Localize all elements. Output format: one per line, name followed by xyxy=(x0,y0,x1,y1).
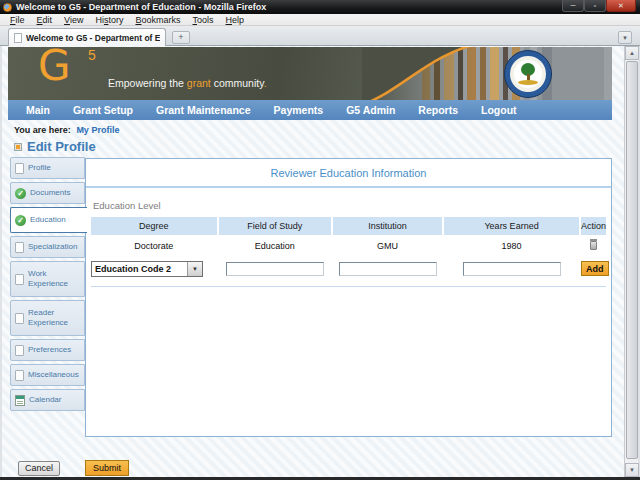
breadcrumb-my-profile-link[interactable]: My Profile xyxy=(76,125,119,135)
sidebar-item-label: Work Experience xyxy=(28,269,82,290)
calendar-icon xyxy=(15,395,25,406)
menu-help[interactable]: Help xyxy=(220,15,251,25)
sidebar-item-miscellaneous[interactable]: Miscellaneous xyxy=(10,364,85,386)
education-panel: Reviewer Education Information Education… xyxy=(85,158,612,437)
seal-core xyxy=(514,60,542,88)
table-row: DoctorateEducationGMU1980 xyxy=(91,235,606,255)
degree-select[interactable]: Education Code 2 ▼ xyxy=(91,261,203,277)
nav-grant-setup[interactable]: Grant Setup xyxy=(73,104,133,116)
field-of-study-input[interactable] xyxy=(226,262,324,276)
g5-logo-g: G xyxy=(38,47,71,90)
browser-menubar: FileEditViewHistoryBookmarksToolsHelp xyxy=(0,14,640,26)
column-header-field-of-study: Field of Study xyxy=(219,217,331,235)
breadcrumb: You are here: My Profile xyxy=(14,125,119,135)
browser-window: Welcome to G5 - Department of Education … xyxy=(0,0,640,480)
scrollbar-thumb[interactable] xyxy=(626,61,638,459)
menu-file[interactable]: File xyxy=(4,15,31,25)
minimize-button[interactable]: ─ xyxy=(562,0,584,12)
menu-view[interactable]: View xyxy=(58,15,89,25)
delete-row-icon[interactable] xyxy=(590,241,597,250)
field-of-study-cell xyxy=(219,262,331,276)
sidebar-item-label: Reader Experience xyxy=(28,308,82,329)
sidebar-item-label: Profile xyxy=(28,163,51,173)
menu-bookmarks[interactable]: Bookmarks xyxy=(129,15,186,25)
submit-button[interactable]: Submit xyxy=(85,460,129,476)
action-cell xyxy=(581,235,606,255)
page-heading: Edit Profile xyxy=(14,139,96,154)
sidebar-item-preferences[interactable]: Preferences xyxy=(10,339,85,361)
nav-g5-admin[interactable]: G5 Admin xyxy=(346,104,395,116)
firefox-icon xyxy=(3,3,12,12)
column-header-institution: Institution xyxy=(333,217,442,235)
panel-title: Reviewer Education Information xyxy=(86,159,611,188)
window-title: Welcome to G5 - Department of Education … xyxy=(16,2,266,12)
years-earned-input[interactable] xyxy=(463,262,561,276)
table-header-row: DegreeField of StudyInstitutionYears Ear… xyxy=(91,217,606,235)
scroll-down-button[interactable]: ▼ xyxy=(625,463,639,477)
sidebar-item-reader-experience[interactable]: Reader Experience xyxy=(10,300,85,336)
add-button[interactable]: Add xyxy=(581,261,609,276)
close-button[interactable]: ✕ xyxy=(606,0,636,12)
page-viewport: G 5 Empowering the grant community. Main… xyxy=(2,46,624,477)
check-icon: ✓ xyxy=(15,188,26,199)
tagline-period: . xyxy=(264,77,267,89)
scroll-up-button[interactable]: ▲ xyxy=(625,46,639,60)
new-tab-button[interactable]: + xyxy=(172,31,190,44)
tagline-prefix: Empowering the xyxy=(108,77,187,89)
tagline-highlight: grant xyxy=(187,77,211,89)
maximize-button[interactable]: ▫ xyxy=(584,0,606,12)
edit-bullet-icon xyxy=(14,143,22,151)
banner-tagline: Empowering the grant community. xyxy=(108,77,267,89)
cell-years-earned: 1980 xyxy=(444,235,579,255)
menu-edit[interactable]: Edit xyxy=(31,15,59,25)
sidebar-item-label: Preferences xyxy=(28,345,71,355)
sidebar-item-profile[interactable]: Profile xyxy=(10,157,85,179)
sidebar-item-work-experience[interactable]: Work Experience xyxy=(10,261,85,297)
chevron-down-icon[interactable]: ▼ xyxy=(187,262,202,276)
vertical-scrollbar[interactable]: ▲ ▼ xyxy=(624,46,638,477)
page-icon xyxy=(14,33,22,43)
institution-cell xyxy=(333,262,442,276)
cell-degree: Doctorate xyxy=(91,235,217,255)
education-level-label: Education Level xyxy=(93,200,611,211)
sidebar-item-label: Documents xyxy=(30,188,70,198)
sidebar-item-education[interactable]: ✓Education xyxy=(10,207,87,233)
cancel-button[interactable]: Cancel xyxy=(18,461,60,476)
page-icon xyxy=(15,370,24,381)
tab-list-button[interactable]: ▾ xyxy=(618,31,632,44)
page-icon xyxy=(15,242,24,253)
g5-logo-5: 5 xyxy=(88,47,96,63)
nav-payments[interactable]: Payments xyxy=(274,104,324,116)
institution-input[interactable] xyxy=(339,262,437,276)
cell-field-of-study: Education xyxy=(219,235,331,255)
cell-institution: GMU xyxy=(333,235,442,255)
education-table: DegreeField of StudyInstitutionYears Ear… xyxy=(91,217,606,287)
years-earned-cell xyxy=(444,262,579,276)
add-education-form-row: Education Code 2 ▼ Add xyxy=(91,255,606,287)
menu-history[interactable]: History xyxy=(89,15,129,25)
browser-tab[interactable]: Welcome to G5 - Department of Edu... xyxy=(8,28,166,46)
menu-tools[interactable]: Tools xyxy=(187,15,220,25)
breadcrumb-prefix: You are here: xyxy=(14,125,71,135)
nav-logout[interactable]: Logout xyxy=(481,104,517,116)
sidebar-item-calendar[interactable]: Calendar xyxy=(10,389,85,411)
page-title: Edit Profile xyxy=(27,139,96,154)
degree-select-value: Education Code 2 xyxy=(92,262,187,276)
nav-main[interactable]: Main xyxy=(26,104,50,116)
degree-select-wrap: Education Code 2 ▼ xyxy=(91,261,217,277)
g5-banner: G 5 Empowering the grant community. xyxy=(8,47,612,100)
page-icon xyxy=(15,313,24,324)
sidebar-item-label: Miscellaneous xyxy=(28,370,79,380)
tab-title: Welcome to G5 - Department of Edu... xyxy=(26,33,160,43)
sidebar-item-label: Calendar xyxy=(29,395,61,405)
page-icon xyxy=(15,163,24,174)
sidebar-item-specialization[interactable]: Specialization xyxy=(10,236,85,258)
page-icon xyxy=(15,274,24,285)
sidebar-item-documents[interactable]: ✓Documents xyxy=(10,182,85,204)
nav-reports[interactable]: Reports xyxy=(418,104,458,116)
bookshelf-image xyxy=(362,47,612,100)
window-titlebar: Welcome to G5 - Department of Education … xyxy=(0,0,640,14)
nav-grant-maintenance[interactable]: Grant Maintenance xyxy=(156,104,251,116)
add-cell: Add xyxy=(581,257,609,280)
dept-of-education-seal xyxy=(504,50,552,98)
